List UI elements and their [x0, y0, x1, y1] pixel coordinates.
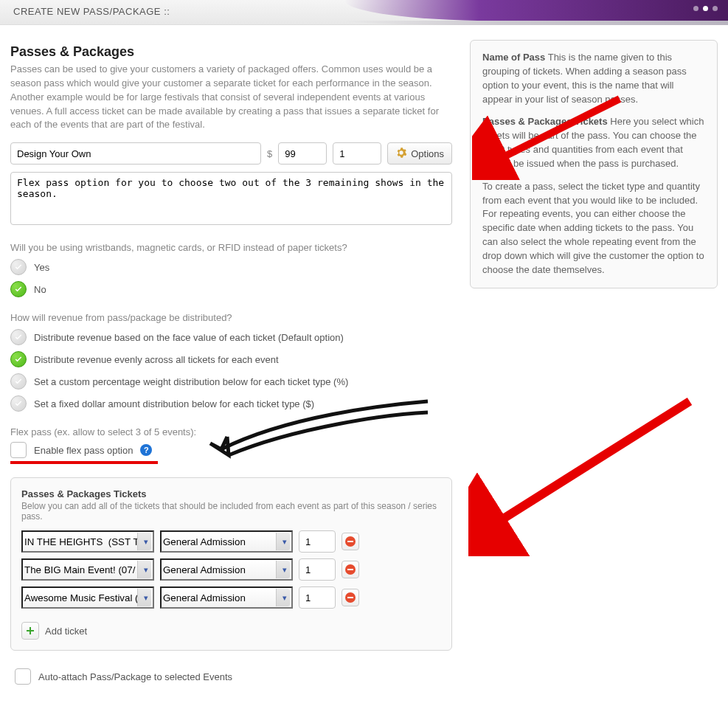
auto-attach-label: Auto-attach Pass/Package to selected Eve… — [38, 671, 232, 682]
svg-rect-1 — [347, 541, 353, 542]
ticket-type-select[interactable] — [160, 558, 293, 581]
wristband-question: Will you be using wristbands, magnetic c… — [10, 242, 452, 253]
auto-attach-checkbox[interactable] — [15, 668, 31, 685]
header-bar: CREATE NEW PASS/PACKAGE :: — [0, 0, 728, 25]
ticket-event-select[interactable] — [21, 530, 154, 553]
annotation-arrow-red — [468, 394, 704, 556]
revenue-fixed-radio[interactable]: Set a fixed dollar amount distribution b… — [10, 395, 452, 412]
remove-ticket-button[interactable] — [342, 561, 359, 578]
tickets-panel-desc: Below you can add all of the tickets tha… — [21, 501, 441, 522]
remove-ticket-button[interactable] — [342, 533, 359, 550]
ticket-type-select[interactable] — [160, 586, 293, 609]
header-pagination-dots — [693, 6, 718, 11]
wristband-yes-radio[interactable]: Yes — [10, 259, 452, 275]
header-title: CREATE NEW PASS/PACKAGE :: — [13, 6, 170, 17]
ticket-type-select[interactable] — [160, 530, 293, 553]
ticket-row: ▾ ▾ — [21, 530, 441, 553]
check-icon — [10, 329, 27, 345]
remove-ticket-button[interactable] — [342, 589, 359, 606]
ticket-qty-input[interactable] — [299, 558, 336, 581]
revenue-default-label: Distribute revenue based on the face val… — [34, 332, 344, 343]
flexpass-label: Enable flex pass option — [34, 445, 133, 456]
header-swoosh — [344, 0, 728, 21]
gear-icon — [395, 147, 407, 161]
revenue-fixed-label: Set a fixed dollar amount distribution b… — [34, 398, 314, 409]
options-button[interactable]: Options — [387, 142, 452, 165]
revenue-percent-radio[interactable]: Set a custom percentage weight distribut… — [10, 373, 452, 390]
tickets-panel: Passes & Packages Tickets Below you can … — [10, 477, 452, 651]
limit-input[interactable] — [333, 142, 381, 165]
info-p3-text: To create a pass, select the ticket type… — [482, 180, 705, 277]
wristband-no-radio[interactable]: No — [10, 281, 452, 297]
revenue-percent-label: Set a custom percentage weight distribut… — [34, 376, 348, 387]
plus-icon — [21, 622, 39, 640]
currency-symbol: $ — [267, 148, 272, 159]
info-p2-bold: Passes & Packages Tickets — [482, 116, 608, 127]
check-icon — [10, 281, 27, 297]
revenue-question: How will revenue from pass/package be di… — [10, 312, 452, 323]
wristband-yes-label: Yes — [34, 262, 49, 273]
ticket-row: ▾ ▾ — [21, 586, 441, 609]
help-icon[interactable]: ? — [140, 444, 152, 456]
page-title: Passes & Packages — [10, 44, 452, 60]
svg-line-9 — [490, 401, 690, 527]
tickets-panel-title: Passes & Packages Tickets — [21, 488, 441, 499]
ticket-row: ▾ ▾ — [21, 558, 441, 581]
add-ticket-button[interactable]: Add ticket — [21, 622, 87, 640]
revenue-default-radio[interactable]: Distribute revenue based on the face val… — [10, 329, 452, 345]
check-icon — [10, 259, 27, 275]
check-icon — [10, 395, 27, 412]
pass-name-input[interactable] — [10, 142, 261, 165]
flexpass-hint: Flex pass (ex. allow to select 3 of 5 ev… — [10, 426, 452, 437]
check-icon — [10, 351, 27, 367]
info-p1-bold: Name of Pass — [482, 52, 545, 63]
annotation-underline — [10, 461, 158, 464]
ticket-event-select[interactable] — [21, 586, 154, 609]
ticket-qty-input[interactable] — [299, 530, 336, 553]
svg-rect-5 — [347, 597, 353, 598]
revenue-even-radio[interactable]: Distribute revenue evenly across all tic… — [10, 351, 452, 367]
ticket-qty-input[interactable] — [299, 586, 336, 609]
check-icon — [10, 373, 27, 390]
flexpass-checkbox[interactable] — [10, 442, 27, 458]
info-box: Name of Pass This is the name given to t… — [470, 40, 718, 288]
svg-rect-3 — [347, 569, 353, 570]
intro-text: Passes can be used to give your customer… — [10, 63, 452, 132]
options-label: Options — [411, 148, 444, 159]
svg-rect-7 — [30, 627, 31, 634]
wristband-no-label: No — [34, 284, 46, 295]
revenue-even-label: Distribute revenue evenly across all tic… — [34, 354, 279, 365]
price-input[interactable] — [278, 142, 327, 165]
add-ticket-label: Add ticket — [45, 626, 87, 637]
description-textarea[interactable] — [10, 172, 452, 225]
ticket-event-select[interactable] — [21, 558, 154, 581]
